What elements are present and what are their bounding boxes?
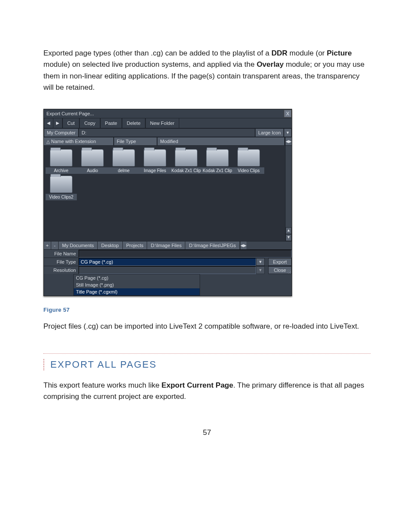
folder-item[interactable]: Kodak Zx1 Clip bbox=[202, 149, 233, 174]
export-current-page-dialog: Export Current Page... X ◀ ▶ Cut Copy Pa… bbox=[43, 109, 292, 296]
file-type-option[interactable]: Still Image (*.png) bbox=[74, 281, 200, 288]
scroll-up-icon[interactable]: ▲ bbox=[286, 227, 292, 234]
dialog-titlebar: Export Current Page... X bbox=[44, 109, 292, 118]
vertical-scrollbar[interactable]: ▲ ▼ bbox=[285, 146, 292, 241]
favorites-remove-button[interactable]: - bbox=[51, 242, 59, 249]
file-grid[interactable]: Archive Audio delme Image Files Kodak Zx… bbox=[44, 146, 285, 241]
file-type-select[interactable]: CG Page (*.cg) bbox=[79, 258, 256, 266]
favorites-scroll-icon[interactable]: ◀▶ bbox=[240, 242, 246, 249]
column-modified[interactable]: Modified bbox=[158, 137, 285, 145]
favorite-item[interactable]: D:\Image Files\JPEGs bbox=[185, 242, 240, 249]
close-icon[interactable]: X bbox=[284, 110, 292, 117]
paste-button[interactable]: Paste bbox=[100, 118, 122, 128]
file-name-label: File Name bbox=[44, 250, 79, 258]
resize-handle-icon[interactable] bbox=[287, 269, 291, 274]
resolution-label: Resolution bbox=[44, 266, 79, 274]
folder-item[interactable]: Image Files bbox=[139, 149, 171, 174]
folder-icon bbox=[206, 149, 229, 166]
export-button[interactable]: Export bbox=[268, 258, 292, 266]
toolbar: ◀ ▶ Cut Copy Paste Delete New Folder bbox=[44, 118, 292, 128]
folder-icon bbox=[237, 149, 260, 166]
section-heading-export-all-pages: EXPORT ALL PAGES bbox=[43, 353, 371, 371]
nav-forward-button[interactable]: ▶ bbox=[53, 118, 62, 128]
delete-button[interactable]: Delete bbox=[122, 118, 145, 128]
folder-item[interactable]: delme bbox=[108, 149, 139, 174]
favorites-add-button[interactable]: + bbox=[44, 242, 51, 249]
favorite-item[interactable]: Desktop bbox=[98, 242, 122, 249]
file-type-dropdown-list: CG Page (*.cg) Still Image (*.png) Title… bbox=[73, 274, 200, 296]
column-name[interactable]: Name with Extension bbox=[44, 137, 114, 145]
file-type-option[interactable]: CG Page (*.cg) bbox=[74, 274, 200, 281]
view-mode-dropdown-icon[interactable]: ▼ bbox=[284, 128, 292, 137]
folder-label: Video Clips bbox=[233, 167, 264, 174]
resolution-select[interactable] bbox=[79, 266, 256, 274]
nav-group: ◀ ▶ bbox=[44, 118, 62, 128]
file-name-input[interactable] bbox=[79, 250, 292, 258]
paragraph-export-all-pages: This export feature works much like Expo… bbox=[43, 380, 371, 403]
favorite-item[interactable]: D:\Image Files bbox=[147, 242, 185, 249]
dialog-title: Export Current Page... bbox=[46, 111, 94, 116]
file-area: Archive Audio delme Image Files Kodak Zx… bbox=[44, 146, 292, 241]
copy-button[interactable]: Copy bbox=[79, 118, 100, 128]
page-number: 57 bbox=[43, 428, 371, 437]
file-type-label: File Type bbox=[44, 258, 79, 266]
nav-back-button[interactable]: ◀ bbox=[44, 118, 53, 128]
view-mode-button[interactable]: Large Icon bbox=[255, 128, 284, 137]
paragraph-exported-page-types: Exported page types (other than .cg) can… bbox=[43, 48, 371, 93]
figure-caption: Figure 57 bbox=[43, 307, 371, 313]
column-header-row: Name with Extension File Type Modified ◀… bbox=[44, 137, 292, 146]
folder-label: Kodak Zx1 Clip bbox=[202, 167, 233, 174]
cut-button[interactable]: Cut bbox=[62, 118, 79, 128]
path-field[interactable]: D: bbox=[79, 128, 255, 137]
folder-label: delme bbox=[108, 167, 139, 174]
folder-label: Video Clips2 bbox=[46, 194, 77, 200]
new-folder-button[interactable]: New Folder bbox=[145, 118, 179, 128]
favorite-item[interactable]: My Documents bbox=[59, 242, 98, 249]
folder-item[interactable]: Archive bbox=[46, 149, 77, 174]
folder-item[interactable]: Audio bbox=[77, 149, 108, 174]
favorites-bar: + - My Documents Desktop Projects D:\Ima… bbox=[44, 241, 292, 249]
folder-item[interactable]: Video Clips bbox=[233, 149, 264, 174]
folder-label: Archive bbox=[46, 167, 77, 174]
folder-icon bbox=[144, 149, 166, 166]
column-filetype[interactable]: File Type bbox=[114, 137, 158, 145]
folder-label: Image Files bbox=[139, 167, 171, 174]
folder-label: Audio bbox=[77, 167, 108, 174]
file-type-dropdown-icon[interactable]: ▼ bbox=[256, 258, 265, 266]
folder-item[interactable]: Video Clips2 bbox=[46, 176, 77, 200]
file-type-option[interactable]: Title Page (*.cgxml) bbox=[74, 288, 200, 295]
folder-icon bbox=[50, 176, 72, 193]
folder-label: Kodak Zx1 Clip bbox=[171, 167, 202, 174]
folder-icon bbox=[112, 149, 135, 166]
scroll-down-icon[interactable]: ▼ bbox=[286, 234, 292, 241]
folder-icon bbox=[50, 149, 72, 166]
paragraph-project-files: Project files (.cg) can be imported into… bbox=[43, 321, 371, 332]
folder-icon bbox=[175, 149, 197, 166]
path-value: D: bbox=[82, 129, 86, 137]
favorite-item[interactable]: Projects bbox=[123, 242, 148, 249]
path-root-label[interactable]: My Computer bbox=[44, 128, 79, 137]
column-scroll-icon[interactable]: ◀▶ bbox=[285, 137, 292, 145]
folder-icon bbox=[81, 149, 104, 166]
folder-item[interactable]: Kodak Zx1 Clip bbox=[171, 149, 202, 174]
resolution-dropdown-icon: ▼ bbox=[256, 266, 265, 274]
